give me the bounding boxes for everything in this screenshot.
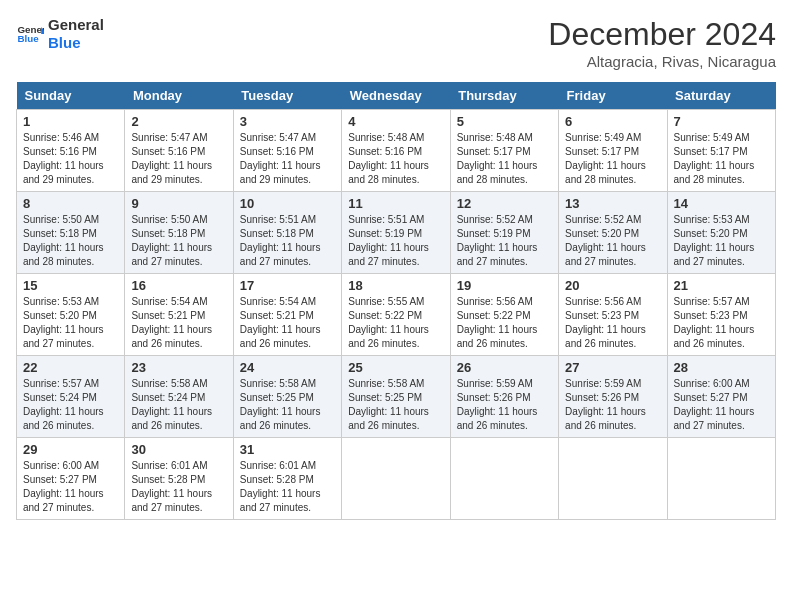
- week-row: 29 Sunrise: 6:00 AMSunset: 5:27 PMDaylig…: [17, 438, 776, 520]
- title-area: December 2024 Altagracia, Rivas, Nicarag…: [548, 16, 776, 70]
- day-cell: [667, 438, 775, 520]
- day-number: 4: [348, 114, 443, 129]
- day-cell: 3 Sunrise: 5:47 AMSunset: 5:16 PMDayligh…: [233, 110, 341, 192]
- day-info: Sunrise: 5:58 AMSunset: 5:25 PMDaylight:…: [348, 378, 429, 431]
- day-number: 21: [674, 278, 769, 293]
- day-cell: 23 Sunrise: 5:58 AMSunset: 5:24 PMDaylig…: [125, 356, 233, 438]
- day-cell: 10 Sunrise: 5:51 AMSunset: 5:18 PMDaylig…: [233, 192, 341, 274]
- day-cell: 12 Sunrise: 5:52 AMSunset: 5:19 PMDaylig…: [450, 192, 558, 274]
- day-info: Sunrise: 5:47 AMSunset: 5:16 PMDaylight:…: [131, 132, 212, 185]
- day-number: 14: [674, 196, 769, 211]
- col-header-wednesday: Wednesday: [342, 82, 450, 110]
- day-info: Sunrise: 5:48 AMSunset: 5:16 PMDaylight:…: [348, 132, 429, 185]
- day-number: 26: [457, 360, 552, 375]
- day-info: Sunrise: 6:01 AMSunset: 5:28 PMDaylight:…: [131, 460, 212, 513]
- day-info: Sunrise: 5:52 AMSunset: 5:19 PMDaylight:…: [457, 214, 538, 267]
- day-cell: 14 Sunrise: 5:53 AMSunset: 5:20 PMDaylig…: [667, 192, 775, 274]
- day-info: Sunrise: 5:56 AMSunset: 5:23 PMDaylight:…: [565, 296, 646, 349]
- day-info: Sunrise: 5:58 AMSunset: 5:24 PMDaylight:…: [131, 378, 212, 431]
- day-info: Sunrise: 6:00 AMSunset: 5:27 PMDaylight:…: [23, 460, 104, 513]
- day-cell: 21 Sunrise: 5:57 AMSunset: 5:23 PMDaylig…: [667, 274, 775, 356]
- day-number: 18: [348, 278, 443, 293]
- day-cell: 8 Sunrise: 5:50 AMSunset: 5:18 PMDayligh…: [17, 192, 125, 274]
- day-cell: 7 Sunrise: 5:49 AMSunset: 5:17 PMDayligh…: [667, 110, 775, 192]
- header: General Blue General Blue December 2024 …: [16, 16, 776, 70]
- day-info: Sunrise: 5:53 AMSunset: 5:20 PMDaylight:…: [23, 296, 104, 349]
- day-cell: 29 Sunrise: 6:00 AMSunset: 5:27 PMDaylig…: [17, 438, 125, 520]
- day-info: Sunrise: 5:57 AMSunset: 5:23 PMDaylight:…: [674, 296, 755, 349]
- day-cell: 20 Sunrise: 5:56 AMSunset: 5:23 PMDaylig…: [559, 274, 667, 356]
- day-cell: [450, 438, 558, 520]
- day-number: 2: [131, 114, 226, 129]
- day-cell: 16 Sunrise: 5:54 AMSunset: 5:21 PMDaylig…: [125, 274, 233, 356]
- week-row: 1 Sunrise: 5:46 AMSunset: 5:16 PMDayligh…: [17, 110, 776, 192]
- day-cell: 1 Sunrise: 5:46 AMSunset: 5:16 PMDayligh…: [17, 110, 125, 192]
- day-info: Sunrise: 5:51 AMSunset: 5:19 PMDaylight:…: [348, 214, 429, 267]
- day-cell: 11 Sunrise: 5:51 AMSunset: 5:19 PMDaylig…: [342, 192, 450, 274]
- col-header-tuesday: Tuesday: [233, 82, 341, 110]
- day-info: Sunrise: 5:52 AMSunset: 5:20 PMDaylight:…: [565, 214, 646, 267]
- logo-blue: Blue: [48, 34, 104, 52]
- calendar-table: SundayMondayTuesdayWednesdayThursdayFrid…: [16, 82, 776, 520]
- day-number: 28: [674, 360, 769, 375]
- day-info: Sunrise: 5:54 AMSunset: 5:21 PMDaylight:…: [131, 296, 212, 349]
- col-header-friday: Friday: [559, 82, 667, 110]
- day-cell: 30 Sunrise: 6:01 AMSunset: 5:28 PMDaylig…: [125, 438, 233, 520]
- day-info: Sunrise: 5:59 AMSunset: 5:26 PMDaylight:…: [457, 378, 538, 431]
- day-info: Sunrise: 5:49 AMSunset: 5:17 PMDaylight:…: [674, 132, 755, 185]
- day-cell: 6 Sunrise: 5:49 AMSunset: 5:17 PMDayligh…: [559, 110, 667, 192]
- day-info: Sunrise: 5:55 AMSunset: 5:22 PMDaylight:…: [348, 296, 429, 349]
- day-cell: 22 Sunrise: 5:57 AMSunset: 5:24 PMDaylig…: [17, 356, 125, 438]
- day-info: Sunrise: 5:50 AMSunset: 5:18 PMDaylight:…: [131, 214, 212, 267]
- day-number: 11: [348, 196, 443, 211]
- day-info: Sunrise: 5:46 AMSunset: 5:16 PMDaylight:…: [23, 132, 104, 185]
- logo-icon: General Blue: [16, 20, 44, 48]
- week-row: 8 Sunrise: 5:50 AMSunset: 5:18 PMDayligh…: [17, 192, 776, 274]
- day-cell: 26 Sunrise: 5:59 AMSunset: 5:26 PMDaylig…: [450, 356, 558, 438]
- day-cell: 28 Sunrise: 6:00 AMSunset: 5:27 PMDaylig…: [667, 356, 775, 438]
- day-info: Sunrise: 6:01 AMSunset: 5:28 PMDaylight:…: [240, 460, 321, 513]
- day-number: 8: [23, 196, 118, 211]
- month-title: December 2024: [548, 16, 776, 53]
- day-info: Sunrise: 5:47 AMSunset: 5:16 PMDaylight:…: [240, 132, 321, 185]
- col-header-sunday: Sunday: [17, 82, 125, 110]
- day-cell: 9 Sunrise: 5:50 AMSunset: 5:18 PMDayligh…: [125, 192, 233, 274]
- day-number: 29: [23, 442, 118, 457]
- day-cell: [342, 438, 450, 520]
- day-number: 1: [23, 114, 118, 129]
- week-row: 22 Sunrise: 5:57 AMSunset: 5:24 PMDaylig…: [17, 356, 776, 438]
- logo: General Blue General Blue: [16, 16, 104, 52]
- day-cell: 24 Sunrise: 5:58 AMSunset: 5:25 PMDaylig…: [233, 356, 341, 438]
- day-cell: 18 Sunrise: 5:55 AMSunset: 5:22 PMDaylig…: [342, 274, 450, 356]
- day-cell: 4 Sunrise: 5:48 AMSunset: 5:16 PMDayligh…: [342, 110, 450, 192]
- day-info: Sunrise: 5:51 AMSunset: 5:18 PMDaylight:…: [240, 214, 321, 267]
- header-row: SundayMondayTuesdayWednesdayThursdayFrid…: [17, 82, 776, 110]
- day-cell: 25 Sunrise: 5:58 AMSunset: 5:25 PMDaylig…: [342, 356, 450, 438]
- svg-text:Blue: Blue: [17, 33, 39, 44]
- day-info: Sunrise: 5:48 AMSunset: 5:17 PMDaylight:…: [457, 132, 538, 185]
- day-info: Sunrise: 5:57 AMSunset: 5:24 PMDaylight:…: [23, 378, 104, 431]
- day-info: Sunrise: 5:58 AMSunset: 5:25 PMDaylight:…: [240, 378, 321, 431]
- day-info: Sunrise: 5:54 AMSunset: 5:21 PMDaylight:…: [240, 296, 321, 349]
- day-info: Sunrise: 6:00 AMSunset: 5:27 PMDaylight:…: [674, 378, 755, 431]
- day-cell: 31 Sunrise: 6:01 AMSunset: 5:28 PMDaylig…: [233, 438, 341, 520]
- day-number: 6: [565, 114, 660, 129]
- col-header-monday: Monday: [125, 82, 233, 110]
- day-number: 10: [240, 196, 335, 211]
- day-number: 19: [457, 278, 552, 293]
- day-number: 15: [23, 278, 118, 293]
- day-cell: 15 Sunrise: 5:53 AMSunset: 5:20 PMDaylig…: [17, 274, 125, 356]
- day-number: 7: [674, 114, 769, 129]
- day-cell: 27 Sunrise: 5:59 AMSunset: 5:26 PMDaylig…: [559, 356, 667, 438]
- day-cell: 13 Sunrise: 5:52 AMSunset: 5:20 PMDaylig…: [559, 192, 667, 274]
- day-cell: 2 Sunrise: 5:47 AMSunset: 5:16 PMDayligh…: [125, 110, 233, 192]
- day-info: Sunrise: 5:49 AMSunset: 5:17 PMDaylight:…: [565, 132, 646, 185]
- day-cell: 17 Sunrise: 5:54 AMSunset: 5:21 PMDaylig…: [233, 274, 341, 356]
- day-number: 25: [348, 360, 443, 375]
- day-number: 3: [240, 114, 335, 129]
- col-header-saturday: Saturday: [667, 82, 775, 110]
- day-number: 31: [240, 442, 335, 457]
- day-info: Sunrise: 5:59 AMSunset: 5:26 PMDaylight:…: [565, 378, 646, 431]
- col-header-thursday: Thursday: [450, 82, 558, 110]
- day-number: 27: [565, 360, 660, 375]
